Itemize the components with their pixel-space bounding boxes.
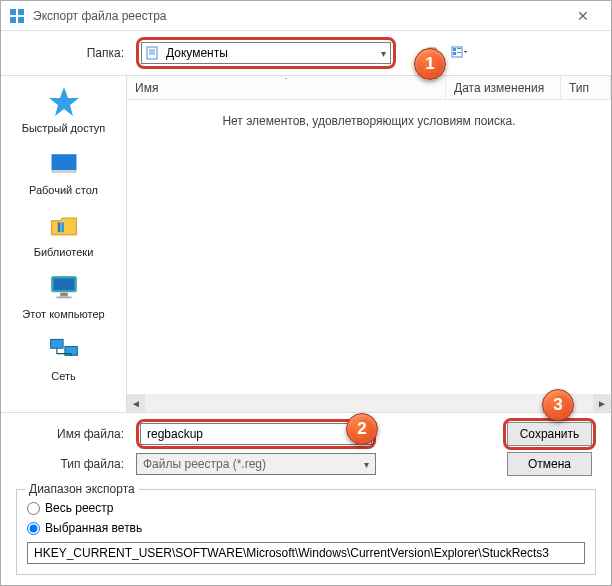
folder-value: Документы [166,46,381,60]
filename-label: Имя файла: [16,427,136,441]
desktop-icon [46,146,82,182]
sidebar-libraries[interactable]: Библиотеки [1,204,126,264]
col-name[interactable]: Имяˆ [127,76,446,99]
libraries-icon [46,208,82,244]
scroll-right-icon[interactable]: ► [593,394,611,412]
callout-2: 2 [346,413,378,445]
content-area: Быстрый доступ Рабочий стол Библиотеки Э… [1,75,611,413]
filename-input[interactable]: regbackup ▾ [140,423,372,445]
filetype-combobox[interactable]: Файлы реестра (*.reg) ▾ [136,453,376,475]
radio-selected[interactable]: Выбранная ветвь [27,518,585,538]
quick-access-icon [46,84,82,120]
svg-rect-16 [57,222,60,232]
folder-highlight: Документы ▾ [136,37,396,69]
folder-combobox[interactable]: Документы ▾ [141,42,391,64]
titlebar: Экспорт файла реестра ✕ [1,1,611,31]
computer-icon [46,270,82,306]
sidebar-label: Сеть [1,370,126,382]
bottom-panel: Имя файла: regbackup ▾ Сохранить Тип фай… [1,413,611,485]
file-list-area: Имяˆ Дата изменения Тип Нет элементов, у… [126,76,611,412]
sidebar-label: Рабочий стол [1,184,126,196]
chevron-down-icon: ▾ [364,459,369,470]
sidebar-label: Библиотеки [1,246,126,258]
sidebar-label: Быстрый доступ [1,122,126,134]
svg-rect-11 [453,52,456,55]
dialog-window: Экспорт файла реестра ✕ Папка: Документы… [0,0,612,586]
list-header: Имяˆ Дата изменения Тип [127,76,611,100]
svg-rect-22 [50,339,62,348]
svg-rect-17 [61,222,64,232]
svg-rect-19 [53,279,74,290]
svg-rect-12 [457,52,461,53]
scroll-left-icon[interactable]: ◄ [127,394,145,412]
radio-all[interactable]: Весь реестр [27,498,585,518]
svg-rect-10 [457,48,461,49]
window-title: Экспорт файла реестра [33,9,563,23]
network-icon [46,332,82,368]
sidebar-label: Этот компьютер [1,308,126,320]
col-date[interactable]: Дата изменения [446,76,561,99]
radio-selected-input[interactable] [27,522,40,535]
svg-rect-1 [18,9,24,15]
sidebar-desktop[interactable]: Рабочий стол [1,142,126,202]
save-button[interactable]: Сохранить [507,422,592,446]
col-type[interactable]: Тип [561,76,611,99]
export-range-group: Диапазон экспорта Весь реестр Выбранная … [16,489,596,575]
callout-1: 1 [414,48,446,80]
sidebar-network[interactable]: Сеть [1,328,126,388]
svg-rect-21 [56,297,71,299]
branch-path-input[interactable] [27,542,585,564]
svg-rect-0 [10,9,16,15]
save-highlight: Сохранить [503,418,596,450]
documents-folder-icon [146,46,160,60]
callout-3: 3 [542,389,574,421]
list-body[interactable]: Нет элементов, удовлетворяющих условиям … [127,100,611,394]
empty-message: Нет элементов, удовлетворяющих условиям … [222,114,515,128]
folder-label: Папка: [16,46,136,60]
svg-rect-9 [453,48,456,51]
folder-bar: Папка: Документы ▾ [1,31,611,75]
chevron-down-icon: ▾ [381,48,386,59]
sidebar-this-pc[interactable]: Этот компьютер [1,266,126,326]
range-legend: Диапазон экспорта [25,482,139,496]
sort-asc-icon: ˆ [285,76,288,85]
cancel-button[interactable]: Отмена [507,452,592,476]
svg-rect-3 [18,17,24,23]
svg-rect-20 [60,293,68,297]
view-menu-button[interactable] [448,42,470,64]
places-sidebar: Быстрый доступ Рабочий стол Библиотеки Э… [1,76,126,412]
filename-highlight: regbackup ▾ [136,419,376,449]
svg-rect-2 [10,17,16,23]
svg-rect-4 [147,47,157,59]
svg-rect-15 [51,170,76,173]
sidebar-quick-access[interactable]: Быстрый доступ [1,80,126,140]
app-icon [9,8,25,24]
hscrollbar[interactable]: ◄ ► [127,394,611,412]
svg-rect-14 [51,154,76,170]
svg-marker-13 [49,87,79,116]
filetype-label: Тип файла: [16,457,136,471]
radio-all-input[interactable] [27,502,40,515]
close-button[interactable]: ✕ [563,8,603,24]
